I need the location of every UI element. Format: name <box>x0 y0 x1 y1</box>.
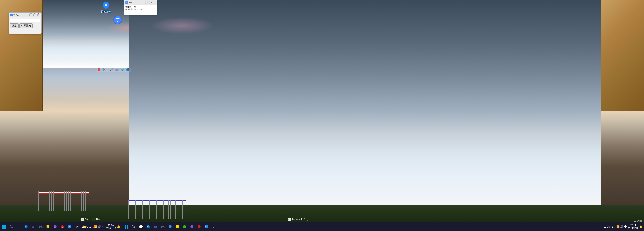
search-button-r[interactable] <box>130 223 137 230</box>
settings-icon-r[interactable] <box>210 223 217 230</box>
unity-maximize[interactable]: □ <box>149 1 152 4</box>
svg-rect-22 <box>68 225 71 228</box>
ime-switch1[interactable]: 🐦 <box>120 68 125 72</box>
browser-icon[interactable] <box>23 223 30 230</box>
rflag-13 <box>156 200 157 219</box>
rflag-12 <box>154 200 154 219</box>
minimize-button[interactable]: — <box>30 14 32 17</box>
red-icon-r[interactable] <box>196 223 202 230</box>
notes-icon[interactable] <box>44 223 51 230</box>
cloud-right <box>150 17 214 34</box>
taskbar-wechat-r[interactable]: W <box>181 223 188 230</box>
toggle-button[interactable]: 打开开关 <box>20 23 33 28</box>
tray-sound-icon[interactable]: 🔊 <box>98 225 101 228</box>
rflag-5 <box>138 200 138 219</box>
maximize-button[interactable]: □ <box>33 14 36 17</box>
notification-bell[interactable]: 🔔 <box>117 225 120 228</box>
photo-icon[interactable] <box>66 223 73 230</box>
chat-button-r[interactable]: 💬 <box>138 223 144 230</box>
taskbar-apps-left: ⊞ ✉ 🎮 N G <box>0 223 88 230</box>
ime-dot[interactable]: · <box>106 68 109 72</box>
ime-switch2[interactable]: 🔵 <box>126 68 130 72</box>
flag-20 <box>79 191 80 211</box>
monument-far-right <box>601 0 644 111</box>
red-icon[interactable]: G <box>59 223 66 230</box>
date-right: 2024/1/12 <box>628 227 638 230</box>
flag-14 <box>66 191 67 211</box>
flag-4 <box>45 191 45 211</box>
purple-icon-r[interactable] <box>188 223 195 230</box>
send-button[interactable]: 发送 <box>10 23 18 28</box>
mail-icon[interactable]: ✉ <box>30 223 37 230</box>
mail-icon-r[interactable]: ✉ <box>152 223 159 230</box>
rflag-14 <box>159 200 159 219</box>
taskbar-right-half: 💬 ✉ 🎮 W ☁ 6°C ▲ <box>122 222 644 231</box>
purple-icon[interactable]: N <box>52 223 58 230</box>
rflag-3 <box>133 200 133 219</box>
window-controls: — □ ✕ <box>30 14 40 17</box>
taskbar-right-sysarea: ☁ 6°C ▲ △ 📶 🔊 中 17:14 2024/1/12 🔔 <box>604 224 644 230</box>
flag-13 <box>64 191 64 211</box>
clock-right: 17:14 2024/1/12 <box>628 224 638 230</box>
flag-3 <box>43 191 43 211</box>
windows-start-button-r[interactable] <box>123 223 130 230</box>
taskbar-left-right: ☁ 6°C ▲ △ 📶 🔊 中 17:14 2024/1/12 🔔 <box>82 224 122 230</box>
svg-point-24 <box>76 226 78 227</box>
flag-11 <box>60 191 60 211</box>
flag-23 <box>86 191 86 211</box>
tray-up-icon[interactable]: △ <box>92 226 94 228</box>
svg-point-33 <box>168 225 172 228</box>
ime-chinese[interactable]: 中 <box>102 67 106 72</box>
csdn-badge: CSDN @ <box>634 220 642 222</box>
tray-chinese-ime-r[interactable]: 中 <box>624 225 627 229</box>
close-button[interactable]: ✕ <box>37 14 40 17</box>
svg-text:W: W <box>11 14 12 16</box>
tray-sound-r[interactable]: 🔊 <box>620 225 623 228</box>
window-title: Win... <box>14 14 30 16</box>
upload-label: 回地上传 <box>100 10 111 13</box>
photo-icon-r[interactable] <box>203 223 210 230</box>
tray-wifi-icon[interactable]: 📶 <box>94 225 98 228</box>
weather-temp-r: 6°C <box>607 225 611 228</box>
svg-rect-9 <box>2 227 4 229</box>
svg-rect-7 <box>2 225 4 226</box>
notification-bell-r[interactable]: 🔔 <box>639 225 643 228</box>
windows-start-button[interactable] <box>1 223 8 230</box>
svg-text:W: W <box>126 2 128 4</box>
tray-wifi-r[interactable]: 📶 <box>616 225 620 228</box>
rflag-2 <box>130 200 131 219</box>
bird-icon[interactable] <box>113 16 122 24</box>
svg-point-25 <box>76 225 78 228</box>
ime-keyboard[interactable]: ⌨ <box>114 68 120 72</box>
tray-chinese-ime[interactable]: 中 <box>102 225 105 229</box>
blue-icon-r[interactable] <box>166 223 174 230</box>
widgets-button[interactable]: ⊞ <box>16 223 22 230</box>
game-icon-r[interactable]: 🎮 <box>159 223 166 230</box>
unity-body: Unity 4474 Unity 置知后_21.md <box>124 5 157 12</box>
settings-icon[interactable] <box>74 223 80 230</box>
flags-area-right <box>128 193 599 219</box>
desktop-icon-upload[interactable]: 回地上传 <box>98 1 114 13</box>
game-icon[interactable]: 🎮 <box>37 223 44 230</box>
notes-icon-r[interactable] <box>174 223 181 230</box>
search-button[interactable] <box>8 223 15 230</box>
browser-icon-r[interactable] <box>145 223 152 230</box>
weather-extra-r: ▲ <box>611 226 614 228</box>
svg-rect-10 <box>4 227 6 229</box>
rflag-17 <box>166 200 166 219</box>
rflag-19 <box>170 200 171 219</box>
flag-19 <box>77 191 77 211</box>
rflag-18 <box>168 200 168 219</box>
rflag-1 <box>128 200 128 219</box>
unity-close[interactable]: ✕ <box>152 1 156 4</box>
ime-mic[interactable]: 🎤 <box>109 68 114 72</box>
tray-up-icon-r[interactable]: △ <box>614 226 616 228</box>
bing-grid-icon-right <box>288 218 291 221</box>
ime-s[interactable]: S <box>97 67 101 72</box>
rflag-16 <box>164 200 164 219</box>
window-titlebar: W Win... — □ ✕ <box>9 13 42 17</box>
unity-minimize[interactable]: — <box>145 1 148 4</box>
notification-area: △ 📶 🔊 <box>92 225 101 228</box>
window-input[interactable] <box>10 19 40 23</box>
flag-12 <box>62 191 62 211</box>
